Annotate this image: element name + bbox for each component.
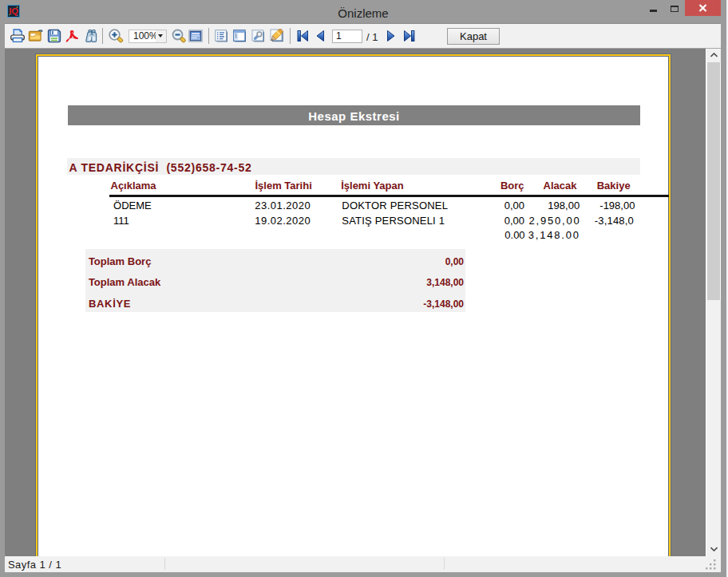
svg-text:IQ: IQ [9, 6, 18, 16]
